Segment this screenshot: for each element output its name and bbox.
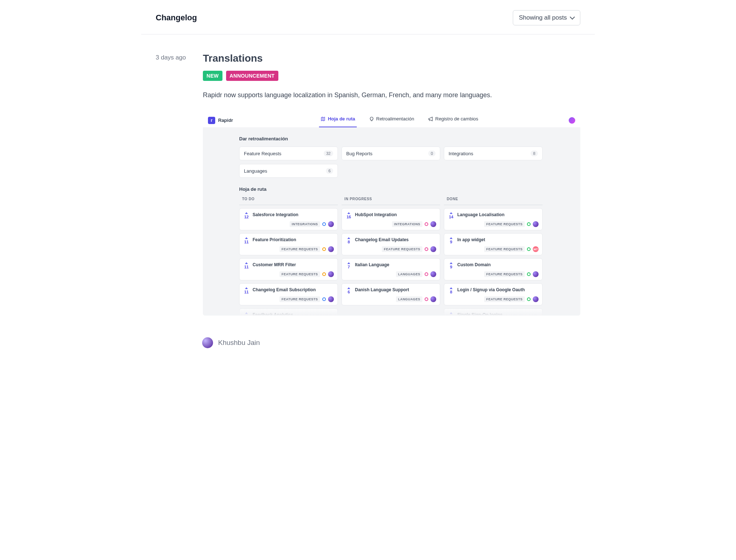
chevron-down-icon [571, 14, 574, 21]
vote-count: 8 [450, 290, 452, 294]
upvote-control[interactable]: 6 [345, 287, 352, 294]
upvote-control[interactable]: 8 [345, 237, 352, 244]
roadmap-card[interactable]: 16HubSpot IntegrationINTEGRATIONS [342, 208, 440, 230]
card-title: Login / Signup via Google Oauth [457, 287, 525, 293]
feedback-board-card[interactable]: Languages6 [239, 164, 338, 178]
status-dot-icon [527, 222, 531, 226]
upvote-control[interactable]: 14 [448, 212, 454, 219]
chevron-up-icon [450, 287, 453, 289]
chevron-up-icon [245, 262, 248, 264]
roadmap-card[interactable]: 11Feature PrioritizationFEATURE REQUESTS [239, 233, 338, 255]
upvote-control[interactable]: 11 [243, 287, 250, 294]
upvote-control[interactable]: 9 [448, 237, 454, 244]
assignee-avatar [328, 296, 334, 302]
post-body: Rapidr now supports language localizatio… [203, 90, 580, 100]
column-done: DONE 14Language LocalisationFEATURE REQU… [444, 197, 543, 316]
column-todo: TO DO 12Salesforce IntegrationINTEGRATIO… [239, 197, 338, 316]
megaphone-icon [428, 116, 433, 122]
board-name: Feature Requests [244, 151, 281, 156]
chevron-up-icon [245, 212, 248, 214]
status-dot-icon [527, 297, 531, 301]
assignee-avatar: MT [533, 246, 539, 252]
assignee-avatar [430, 221, 436, 227]
roadmap-card[interactable]: 9Custom DomainFEATURE REQUESTS [444, 258, 543, 280]
card-category-tag: FEATURE REQUESTS [484, 271, 525, 277]
page-header: Changelog Showing all posts [141, 0, 595, 34]
status-dot-icon [527, 247, 531, 251]
card-title: Feature Prioritization [253, 237, 296, 243]
bulb-icon [369, 116, 374, 122]
card-category-tag: FEATURE REQUESTS [279, 271, 320, 277]
upvote-control[interactable]: 12 [243, 212, 250, 219]
upvote-control[interactable]: 16 [345, 212, 352, 219]
tag-new: NEW [203, 71, 222, 81]
roadmap-columns: TO DO 12Salesforce IntegrationINTEGRATIO… [239, 197, 544, 316]
board-name: Bug Reports [346, 151, 372, 156]
tab-feedback[interactable]: Retroalimentación [368, 113, 416, 127]
chevron-up-icon [347, 212, 350, 214]
filter-posts-button[interactable]: Showing all posts [513, 10, 580, 25]
user-avatar[interactable] [569, 117, 575, 124]
chevron-up-icon [450, 212, 453, 214]
roadmap-card[interactable]: 14Language LocalisationFEATURE REQUESTS [444, 208, 543, 230]
board-count: 0 [428, 151, 436, 156]
vote-count: 7 [348, 265, 350, 269]
status-dot-icon [425, 222, 428, 226]
board-name: Languages [244, 168, 267, 174]
upvote-control[interactable]: 9 [448, 262, 454, 269]
board-count: 8 [531, 151, 538, 156]
embedded-app-screenshot: r Rapidr Hoja de ruta Retroalimentación [203, 109, 580, 316]
roadmap-card[interactable]: 9In app widgetFEATURE REQUESTSMT [444, 233, 543, 255]
feedback-board-card[interactable]: Feature Requests32 [239, 147, 338, 160]
assignee-avatar [533, 296, 539, 302]
feedback-board-card[interactable]: Bug Reports0 [342, 147, 440, 160]
card-category-tag: LANGUAGES [396, 271, 422, 277]
upvote-control[interactable]: 11 [243, 262, 250, 269]
author-avatar [202, 337, 213, 348]
feedback-boards-row: Feature Requests32Bug Reports0Integratio… [239, 147, 544, 178]
tab-roadmap[interactable]: Hoja de ruta [319, 113, 356, 127]
assignee-avatar [328, 246, 334, 252]
map-icon [320, 116, 326, 122]
card-title: Custom Domain [457, 262, 491, 268]
upvote-control[interactable]: 7 [345, 262, 352, 269]
vote-count: 16 [347, 215, 351, 219]
tab-changelog[interactable]: Registro de cambios [426, 113, 480, 127]
column-todo-header: TO DO [242, 197, 338, 201]
card-title: Italian Language [355, 262, 389, 268]
app-header: r Rapidr Hoja de ruta Retroalimentación [203, 109, 580, 127]
card-title: HubSpot Integration [355, 212, 397, 218]
card-title: Salesforce Integration [253, 212, 298, 218]
vote-count: 8 [348, 240, 350, 244]
assignee-avatar [430, 296, 436, 302]
vote-count: 9 [450, 240, 452, 244]
card-title: Language Localisation [457, 212, 504, 218]
roadmap-card[interactable]: 12Salesforce IntegrationINTEGRATIONS [239, 208, 338, 230]
column-inprogress-header: IN PROGRESS [344, 197, 440, 201]
filter-label: Showing all posts [519, 14, 567, 21]
card-category-tag: INTEGRATIONS [290, 221, 320, 227]
chevron-up-icon [347, 237, 350, 239]
chevron-up-icon [245, 237, 248, 239]
post-timestamp: 3 days ago [156, 53, 192, 316]
upvote-control[interactable]: 11 [243, 237, 250, 244]
feedback-board-card[interactable]: Integrations8 [444, 147, 543, 160]
card-category-tag: FEATURE REQUESTS [484, 296, 525, 302]
card-title: In app widget [457, 237, 485, 243]
card-category-tag: FEATURE REQUESTS [382, 246, 422, 252]
roadmap-card[interactable]: 8Login / Signup via Google OauthFEATURE … [444, 283, 543, 305]
roadmap-card[interactable]: 8Changelog Email UpdatesFEATURE REQUESTS [342, 233, 440, 255]
card-title: Changelog Email Updates [355, 237, 409, 243]
roadmap-card[interactable]: 6Danish Language SupportLANGUAGES [342, 283, 440, 305]
roadmap-card[interactable]: 11Customer MRR FilterFEATURE REQUESTS [239, 258, 338, 280]
card-category-tag: FEATURE REQUESTS [279, 246, 320, 252]
roadmap-card[interactable]: 11Changelog Email SubscriptionFEATURE RE… [239, 283, 338, 305]
assignee-avatar [328, 221, 334, 227]
upvote-control[interactable]: 8 [448, 287, 454, 294]
vote-count: 14 [449, 215, 453, 219]
card-title: Customer MRR Filter [253, 262, 296, 268]
chevron-up-icon [450, 262, 453, 264]
column-done-header: DONE [447, 197, 543, 201]
roadmap-card[interactable]: 7Italian LanguageLANGUAGES [342, 258, 440, 280]
status-dot-icon [527, 272, 531, 276]
